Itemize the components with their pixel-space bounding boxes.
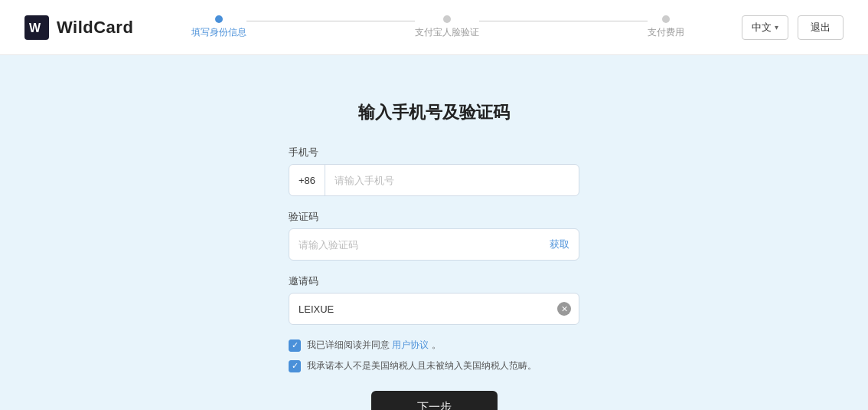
step-1-dot bbox=[215, 15, 223, 23]
step-2-label: 支付宝人脸验证 bbox=[415, 26, 479, 39]
phone-prefix: +86 bbox=[289, 165, 325, 195]
checkbox-1[interactable]: ✓ bbox=[289, 339, 301, 352]
header: W WildCard 填写身份信息 支付宝人脸验证 支付费用 中文 ▾ 退出 bbox=[0, 0, 868, 55]
code-field-group: 验证码 获取 bbox=[289, 210, 579, 261]
main-content: 输入手机号及验证码 手机号 +86 验证码 获取 邀请码 ✕ bbox=[0, 55, 868, 410]
phone-input[interactable] bbox=[325, 175, 579, 186]
checkbox-2-text: 我承诺本人不是美国纳税人且未被纳入美国纳税人范畴。 bbox=[307, 359, 537, 372]
checkbox-2[interactable]: ✓ bbox=[289, 360, 301, 372]
step-3-dot bbox=[662, 15, 670, 23]
phone-input-wrapper: +86 bbox=[289, 164, 579, 196]
invite-field-group: 邀请码 ✕ bbox=[289, 274, 579, 325]
invite-label: 邀请码 bbox=[289, 274, 579, 288]
checkbox-1-text: 我已详细阅读并同意 用户协议 。 bbox=[307, 339, 441, 352]
logo-text: WildCard bbox=[57, 18, 133, 38]
steps-container: 填写身份信息 支付宝人脸验证 支付费用 bbox=[133, 15, 742, 39]
invite-input-wrapper: ✕ bbox=[289, 293, 579, 325]
code-input[interactable] bbox=[289, 239, 540, 251]
phone-label: 手机号 bbox=[289, 146, 579, 159]
submit-area: 下一步 bbox=[289, 391, 579, 410]
svg-text:W: W bbox=[29, 21, 41, 34]
step-1-label: 填写身份信息 bbox=[191, 26, 246, 39]
logo-icon: W bbox=[24, 15, 49, 40]
logout-button[interactable]: 退出 bbox=[798, 15, 844, 40]
submit-button[interactable]: 下一步 bbox=[371, 391, 498, 410]
invite-input[interactable] bbox=[289, 303, 550, 315]
checkmark-1-icon: ✓ bbox=[292, 341, 299, 349]
clear-invite-button[interactable]: ✕ bbox=[550, 302, 579, 316]
get-code-button[interactable]: 获取 bbox=[540, 238, 579, 251]
code-input-wrapper: 获取 bbox=[289, 228, 579, 261]
step-3-label: 支付费用 bbox=[648, 26, 684, 39]
header-right: 中文 ▾ 退出 bbox=[742, 15, 844, 40]
user-agreement-link[interactable]: 用户协议 bbox=[392, 339, 429, 350]
step-2: 支付宝人脸验证 bbox=[415, 15, 479, 39]
language-label: 中文 bbox=[752, 21, 772, 34]
clear-icon: ✕ bbox=[557, 302, 571, 316]
chevron-down-icon: ▾ bbox=[775, 23, 778, 31]
code-label: 验证码 bbox=[289, 210, 579, 224]
form-title: 输入手机号及验证码 bbox=[289, 101, 579, 124]
language-button[interactable]: 中文 ▾ bbox=[742, 15, 788, 40]
checkbox-item-1: ✓ 我已详细阅读并同意 用户协议 。 bbox=[289, 339, 579, 352]
step-line-2 bbox=[479, 21, 648, 21]
checkbox-item-2: ✓ 我承诺本人不是美国纳税人且未被纳入美国纳税人范畴。 bbox=[289, 359, 579, 372]
step-line-1 bbox=[246, 21, 415, 21]
checkmark-2-icon: ✓ bbox=[292, 362, 299, 370]
phone-field-group: 手机号 +86 bbox=[289, 146, 579, 196]
step-3: 支付费用 bbox=[648, 15, 684, 39]
checkbox-group: ✓ 我已详细阅读并同意 用户协议 。 ✓ 我承诺本人不是美国纳税人且未被纳入美国… bbox=[289, 339, 579, 372]
step-1: 填写身份信息 bbox=[191, 15, 246, 39]
logo: W WildCard bbox=[24, 15, 133, 40]
form-card: 输入手机号及验证码 手机号 +86 验证码 获取 邀请码 ✕ bbox=[289, 101, 579, 410]
step-2-dot bbox=[443, 15, 451, 23]
